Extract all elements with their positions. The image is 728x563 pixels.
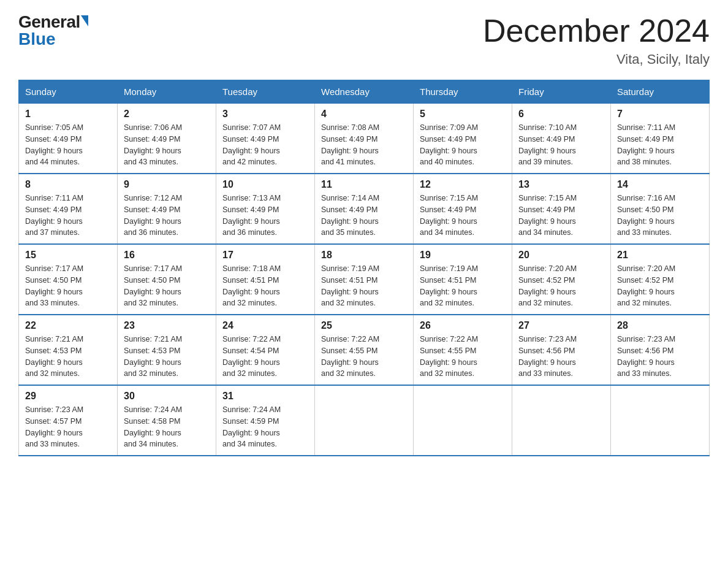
day-info: Sunrise: 7:11 AMSunset: 4:49 PMDaylight:…: [617, 122, 703, 168]
day-number: 18: [321, 250, 407, 261]
day-number: 13: [518, 179, 604, 190]
weekday-header-tuesday: Tuesday: [216, 80, 315, 104]
day-info: Sunrise: 7:11 AMSunset: 4:49 PMDaylight:…: [25, 193, 111, 239]
day-number: 4: [321, 109, 407, 120]
day-info: Sunrise: 7:20 AMSunset: 4:52 PMDaylight:…: [617, 263, 703, 309]
page-header: General Blue December 2024 Vita, Sicily,…: [18, 12, 710, 67]
calendar-cell: 15Sunrise: 7:17 AMSunset: 4:50 PMDayligh…: [19, 244, 118, 315]
day-number: 19: [420, 250, 506, 261]
calendar-cell: 23Sunrise: 7:21 AMSunset: 4:53 PMDayligh…: [118, 315, 216, 385]
calendar-cell: 25Sunrise: 7:22 AMSunset: 4:55 PMDayligh…: [315, 315, 414, 385]
calendar-cell: 26Sunrise: 7:22 AMSunset: 4:55 PMDayligh…: [414, 315, 512, 385]
day-info: Sunrise: 7:19 AMSunset: 4:51 PMDaylight:…: [321, 263, 407, 309]
calendar-cell: 17Sunrise: 7:18 AMSunset: 4:51 PMDayligh…: [216, 244, 315, 315]
day-info: Sunrise: 7:07 AMSunset: 4:49 PMDaylight:…: [222, 122, 308, 168]
logo: General Blue: [18, 12, 88, 49]
day-number: 24: [222, 320, 308, 331]
weekday-header-monday: Monday: [118, 80, 216, 104]
day-number: 10: [222, 179, 308, 190]
day-info: Sunrise: 7:21 AMSunset: 4:53 PMDaylight:…: [25, 334, 111, 380]
day-info: Sunrise: 7:14 AMSunset: 4:49 PMDaylight:…: [321, 193, 407, 239]
day-info: Sunrise: 7:24 AMSunset: 4:59 PMDaylight:…: [222, 404, 308, 450]
day-info: Sunrise: 7:22 AMSunset: 4:54 PMDaylight:…: [222, 334, 308, 380]
weekday-header-sunday: Sunday: [19, 80, 118, 104]
location-title: Vita, Sicily, Italy: [483, 52, 710, 67]
day-number: 12: [420, 179, 506, 190]
calendar-cell: 31Sunrise: 7:24 AMSunset: 4:59 PMDayligh…: [216, 385, 315, 456]
day-info: Sunrise: 7:23 AMSunset: 4:57 PMDaylight:…: [25, 404, 111, 450]
calendar-cell: [414, 385, 512, 456]
day-number: 17: [222, 250, 308, 261]
day-info: Sunrise: 7:08 AMSunset: 4:49 PMDaylight:…: [321, 122, 407, 168]
day-number: 2: [124, 109, 210, 120]
week-row-4: 22Sunrise: 7:21 AMSunset: 4:53 PMDayligh…: [19, 315, 710, 385]
day-info: Sunrise: 7:16 AMSunset: 4:50 PMDaylight:…: [617, 193, 703, 239]
day-info: Sunrise: 7:17 AMSunset: 4:50 PMDaylight:…: [124, 263, 210, 309]
calendar-cell: 1Sunrise: 7:05 AMSunset: 4:49 PMDaylight…: [19, 104, 118, 174]
day-info: Sunrise: 7:13 AMSunset: 4:49 PMDaylight:…: [222, 193, 308, 239]
day-number: 8: [25, 179, 111, 190]
weekday-header-thursday: Thursday: [414, 80, 512, 104]
weekday-header-friday: Friday: [512, 80, 611, 104]
day-number: 28: [617, 320, 703, 331]
day-number: 26: [420, 320, 506, 331]
calendar-cell: 5Sunrise: 7:09 AMSunset: 4:49 PMDaylight…: [414, 104, 512, 174]
calendar-cell: 6Sunrise: 7:10 AMSunset: 4:49 PMDaylight…: [512, 104, 611, 174]
calendar-cell: 9Sunrise: 7:12 AMSunset: 4:49 PMDaylight…: [118, 174, 216, 244]
day-number: 30: [124, 391, 210, 402]
day-info: Sunrise: 7:10 AMSunset: 4:49 PMDaylight:…: [518, 122, 604, 168]
day-info: Sunrise: 7:15 AMSunset: 4:49 PMDaylight:…: [420, 193, 506, 239]
day-info: Sunrise: 7:17 AMSunset: 4:50 PMDaylight:…: [25, 263, 111, 309]
day-info: Sunrise: 7:23 AMSunset: 4:56 PMDaylight:…: [617, 334, 703, 380]
week-row-1: 1Sunrise: 7:05 AMSunset: 4:49 PMDaylight…: [19, 104, 710, 174]
day-number: 23: [124, 320, 210, 331]
day-info: Sunrise: 7:05 AMSunset: 4:49 PMDaylight:…: [25, 122, 111, 168]
day-info: Sunrise: 7:12 AMSunset: 4:49 PMDaylight:…: [124, 193, 210, 239]
calendar-cell: [315, 385, 414, 456]
day-number: 31: [222, 391, 308, 402]
day-info: Sunrise: 7:21 AMSunset: 4:53 PMDaylight:…: [124, 334, 210, 380]
calendar-cell: [611, 385, 710, 456]
logo-arrow-icon: [81, 15, 88, 26]
calendar-cell: 18Sunrise: 7:19 AMSunset: 4:51 PMDayligh…: [315, 244, 414, 315]
calendar-cell: 2Sunrise: 7:06 AMSunset: 4:49 PMDaylight…: [118, 104, 216, 174]
day-number: 16: [124, 250, 210, 261]
day-info: Sunrise: 7:22 AMSunset: 4:55 PMDaylight:…: [420, 334, 506, 380]
calendar-cell: 8Sunrise: 7:11 AMSunset: 4:49 PMDaylight…: [19, 174, 118, 244]
calendar-cell: 29Sunrise: 7:23 AMSunset: 4:57 PMDayligh…: [19, 385, 118, 456]
calendar-cell: 3Sunrise: 7:07 AMSunset: 4:49 PMDaylight…: [216, 104, 315, 174]
day-info: Sunrise: 7:20 AMSunset: 4:52 PMDaylight:…: [518, 263, 604, 309]
day-number: 21: [617, 250, 703, 261]
calendar-cell: 28Sunrise: 7:23 AMSunset: 4:56 PMDayligh…: [611, 315, 710, 385]
day-number: 22: [25, 320, 111, 331]
weekday-header-saturday: Saturday: [611, 80, 710, 104]
calendar-cell: 7Sunrise: 7:11 AMSunset: 4:49 PMDaylight…: [611, 104, 710, 174]
calendar-table: SundayMondayTuesdayWednesdayThursdayFrid…: [18, 80, 710, 456]
day-info: Sunrise: 7:15 AMSunset: 4:49 PMDaylight:…: [518, 193, 604, 239]
day-number: 29: [25, 391, 111, 402]
month-title: December 2024: [483, 12, 710, 49]
weekday-header-row: SundayMondayTuesdayWednesdayThursdayFrid…: [19, 80, 710, 104]
calendar-cell: 19Sunrise: 7:19 AMSunset: 4:51 PMDayligh…: [414, 244, 512, 315]
day-number: 25: [321, 320, 407, 331]
day-info: Sunrise: 7:22 AMSunset: 4:55 PMDaylight:…: [321, 334, 407, 380]
day-info: Sunrise: 7:18 AMSunset: 4:51 PMDaylight:…: [222, 263, 308, 309]
day-info: Sunrise: 7:06 AMSunset: 4:49 PMDaylight:…: [124, 122, 210, 168]
calendar-cell: 4Sunrise: 7:08 AMSunset: 4:49 PMDaylight…: [315, 104, 414, 174]
calendar-cell: [512, 385, 611, 456]
day-number: 9: [124, 179, 210, 190]
week-row-5: 29Sunrise: 7:23 AMSunset: 4:57 PMDayligh…: [19, 385, 710, 456]
calendar-cell: 11Sunrise: 7:14 AMSunset: 4:49 PMDayligh…: [315, 174, 414, 244]
calendar-title-area: December 2024 Vita, Sicily, Italy: [483, 12, 710, 67]
logo-bottom-text: Blue: [18, 29, 56, 49]
calendar-cell: 16Sunrise: 7:17 AMSunset: 4:50 PMDayligh…: [118, 244, 216, 315]
day-info: Sunrise: 7:23 AMSunset: 4:56 PMDaylight:…: [518, 334, 604, 380]
week-row-3: 15Sunrise: 7:17 AMSunset: 4:50 PMDayligh…: [19, 244, 710, 315]
calendar-cell: 21Sunrise: 7:20 AMSunset: 4:52 PMDayligh…: [611, 244, 710, 315]
day-number: 27: [518, 320, 604, 331]
day-info: Sunrise: 7:19 AMSunset: 4:51 PMDaylight:…: [420, 263, 506, 309]
calendar-cell: 12Sunrise: 7:15 AMSunset: 4:49 PMDayligh…: [414, 174, 512, 244]
calendar-cell: 22Sunrise: 7:21 AMSunset: 4:53 PMDayligh…: [19, 315, 118, 385]
week-row-2: 8Sunrise: 7:11 AMSunset: 4:49 PMDaylight…: [19, 174, 710, 244]
day-info: Sunrise: 7:09 AMSunset: 4:49 PMDaylight:…: [420, 122, 506, 168]
